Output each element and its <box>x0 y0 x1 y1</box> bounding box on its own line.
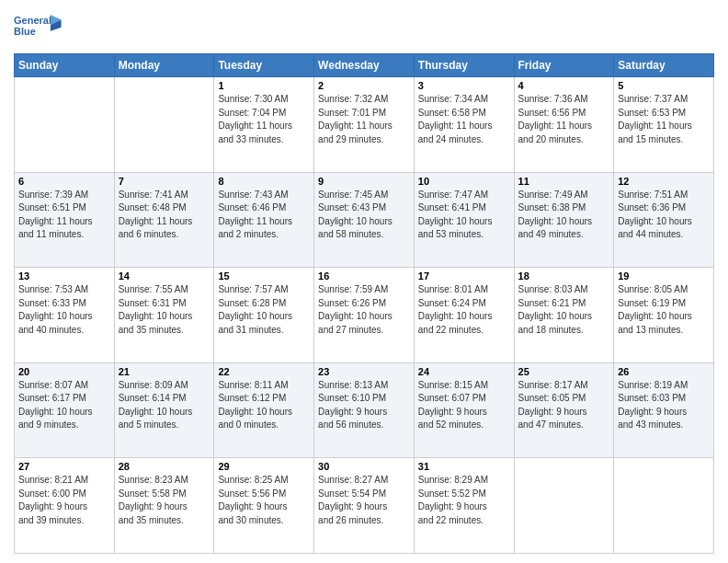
logo: GeneralBlue <box>14 9 64 46</box>
day-cell: 26Sunrise: 8:19 AM Sunset: 6:03 PM Dayli… <box>614 362 714 458</box>
page: GeneralBlue SundayMondayTuesdayWednesday… <box>0 0 728 563</box>
calendar: SundayMondayTuesdayWednesdayThursdayFrid… <box>14 53 714 554</box>
day-info: Sunrise: 7:41 AM Sunset: 6:48 PM Dayligh… <box>119 189 210 242</box>
day-number: 9 <box>318 176 410 187</box>
day-info: Sunrise: 8:15 AM Sunset: 6:07 PM Dayligh… <box>418 379 510 432</box>
day-number: 5 <box>618 80 710 91</box>
day-info: Sunrise: 8:27 AM Sunset: 5:54 PM Dayligh… <box>318 474 410 527</box>
week-row-2: 6Sunrise: 7:39 AM Sunset: 6:51 PM Daylig… <box>15 172 714 268</box>
day-number: 31 <box>418 461 510 472</box>
day-info: Sunrise: 7:55 AM Sunset: 6:31 PM Dayligh… <box>119 283 210 337</box>
day-number: 26 <box>618 366 710 377</box>
day-number: 16 <box>318 270 410 282</box>
day-number: 12 <box>618 176 710 187</box>
day-cell: 5Sunrise: 7:37 AM Sunset: 6:53 PM Daylig… <box>614 77 714 173</box>
day-number: 28 <box>119 461 210 472</box>
day-cell: 8Sunrise: 7:43 AM Sunset: 6:46 PM Daylig… <box>214 172 314 268</box>
day-cell <box>614 458 714 554</box>
weekday-thursday: Thursday <box>414 54 514 77</box>
day-info: Sunrise: 8:03 AM Sunset: 6:21 PM Dayligh… <box>518 283 610 337</box>
day-info: Sunrise: 7:59 AM Sunset: 6:26 PM Dayligh… <box>318 283 410 337</box>
day-number: 29 <box>218 461 310 472</box>
svg-text:General: General <box>14 15 51 26</box>
day-cell: 6Sunrise: 7:39 AM Sunset: 6:51 PM Daylig… <box>15 172 115 268</box>
day-number: 20 <box>18 366 110 377</box>
day-info: Sunrise: 7:32 AM Sunset: 7:01 PM Dayligh… <box>318 93 410 146</box>
day-cell: 29Sunrise: 8:25 AM Sunset: 5:56 PM Dayli… <box>214 458 314 554</box>
day-cell <box>114 77 214 173</box>
day-info: Sunrise: 8:05 AM Sunset: 6:19 PM Dayligh… <box>618 283 710 337</box>
day-cell: 20Sunrise: 8:07 AM Sunset: 6:17 PM Dayli… <box>15 362 115 458</box>
day-info: Sunrise: 7:57 AM Sunset: 6:28 PM Dayligh… <box>218 283 310 337</box>
day-cell: 10Sunrise: 7:47 AM Sunset: 6:41 PM Dayli… <box>414 172 514 268</box>
day-info: Sunrise: 7:47 AM Sunset: 6:41 PM Dayligh… <box>418 189 510 242</box>
day-cell: 15Sunrise: 7:57 AM Sunset: 6:28 PM Dayli… <box>214 268 314 363</box>
day-cell <box>15 77 115 173</box>
day-cell: 4Sunrise: 7:36 AM Sunset: 6:56 PM Daylig… <box>514 77 614 173</box>
day-info: Sunrise: 8:09 AM Sunset: 6:14 PM Dayligh… <box>119 379 210 432</box>
day-cell: 16Sunrise: 7:59 AM Sunset: 6:26 PM Dayli… <box>314 268 415 363</box>
day-number: 19 <box>618 270 710 282</box>
day-number: 15 <box>218 270 310 282</box>
day-info: Sunrise: 7:43 AM Sunset: 6:46 PM Dayligh… <box>218 189 310 242</box>
day-info: Sunrise: 8:29 AM Sunset: 5:52 PM Dayligh… <box>418 474 510 527</box>
day-cell: 19Sunrise: 8:05 AM Sunset: 6:19 PM Dayli… <box>614 268 714 363</box>
day-cell: 25Sunrise: 8:17 AM Sunset: 6:05 PM Dayli… <box>514 362 614 458</box>
day-info: Sunrise: 8:01 AM Sunset: 6:24 PM Dayligh… <box>418 283 510 337</box>
day-info: Sunrise: 8:17 AM Sunset: 6:05 PM Dayligh… <box>518 379 610 432</box>
day-cell: 23Sunrise: 8:13 AM Sunset: 6:10 PM Dayli… <box>314 362 415 458</box>
day-info: Sunrise: 7:37 AM Sunset: 6:53 PM Dayligh… <box>618 93 710 146</box>
day-number: 8 <box>218 176 310 187</box>
day-info: Sunrise: 7:36 AM Sunset: 6:56 PM Dayligh… <box>518 93 610 146</box>
day-info: Sunrise: 7:30 AM Sunset: 7:04 PM Dayligh… <box>218 93 310 146</box>
day-info: Sunrise: 7:39 AM Sunset: 6:51 PM Dayligh… <box>18 189 110 242</box>
calendar-body: 1Sunrise: 7:30 AM Sunset: 7:04 PM Daylig… <box>15 77 714 554</box>
day-number: 14 <box>119 270 210 282</box>
weekday-sunday: Sunday <box>15 54 115 77</box>
day-info: Sunrise: 7:34 AM Sunset: 6:58 PM Dayligh… <box>418 93 510 146</box>
day-cell: 3Sunrise: 7:34 AM Sunset: 6:58 PM Daylig… <box>414 77 514 173</box>
day-info: Sunrise: 7:51 AM Sunset: 6:36 PM Dayligh… <box>618 189 710 242</box>
day-number: 27 <box>18 461 110 472</box>
day-number: 22 <box>218 366 310 377</box>
calendar-header: SundayMondayTuesdayWednesdayThursdayFrid… <box>15 54 714 77</box>
day-info: Sunrise: 8:23 AM Sunset: 5:58 PM Dayligh… <box>119 474 210 527</box>
day-info: Sunrise: 8:11 AM Sunset: 6:12 PM Dayligh… <box>218 379 310 432</box>
day-number: 7 <box>119 176 210 187</box>
day-info: Sunrise: 7:45 AM Sunset: 6:43 PM Dayligh… <box>318 189 410 242</box>
day-cell: 28Sunrise: 8:23 AM Sunset: 5:58 PM Dayli… <box>114 458 214 554</box>
week-row-5: 27Sunrise: 8:21 AM Sunset: 6:00 PM Dayli… <box>15 458 714 554</box>
weekday-saturday: Saturday <box>614 54 714 77</box>
day-cell: 17Sunrise: 8:01 AM Sunset: 6:24 PM Dayli… <box>414 268 514 363</box>
day-number: 1 <box>218 80 310 91</box>
day-cell: 7Sunrise: 7:41 AM Sunset: 6:48 PM Daylig… <box>114 172 214 268</box>
day-cell: 24Sunrise: 8:15 AM Sunset: 6:07 PM Dayli… <box>414 362 514 458</box>
day-number: 30 <box>318 461 410 472</box>
day-info: Sunrise: 8:25 AM Sunset: 5:56 PM Dayligh… <box>218 474 310 527</box>
weekday-friday: Friday <box>514 54 614 77</box>
weekday-tuesday: Tuesday <box>214 54 314 77</box>
day-cell: 11Sunrise: 7:49 AM Sunset: 6:38 PM Dayli… <box>514 172 614 268</box>
day-number: 2 <box>318 80 410 91</box>
day-info: Sunrise: 8:13 AM Sunset: 6:10 PM Dayligh… <box>318 379 410 432</box>
day-number: 23 <box>318 366 410 377</box>
day-number: 13 <box>18 270 110 282</box>
header: GeneralBlue <box>14 9 714 46</box>
day-info: Sunrise: 8:19 AM Sunset: 6:03 PM Dayligh… <box>618 379 710 432</box>
day-info: Sunrise: 7:53 AM Sunset: 6:33 PM Dayligh… <box>18 283 110 337</box>
day-info: Sunrise: 8:21 AM Sunset: 6:00 PM Dayligh… <box>18 474 110 527</box>
day-info: Sunrise: 7:49 AM Sunset: 6:38 PM Dayligh… <box>518 189 610 242</box>
weekday-row: SundayMondayTuesdayWednesdayThursdayFrid… <box>15 54 714 77</box>
weekday-monday: Monday <box>114 54 214 77</box>
day-number: 24 <box>418 366 510 377</box>
day-info: Sunrise: 8:07 AM Sunset: 6:17 PM Dayligh… <box>18 379 110 432</box>
day-number: 17 <box>418 270 510 282</box>
day-cell: 9Sunrise: 7:45 AM Sunset: 6:43 PM Daylig… <box>314 172 415 268</box>
logo-icon: GeneralBlue <box>14 9 64 46</box>
day-cell: 31Sunrise: 8:29 AM Sunset: 5:52 PM Dayli… <box>414 458 514 554</box>
day-number: 18 <box>518 270 610 282</box>
day-number: 25 <box>518 366 610 377</box>
week-row-1: 1Sunrise: 7:30 AM Sunset: 7:04 PM Daylig… <box>15 77 714 173</box>
day-cell: 27Sunrise: 8:21 AM Sunset: 6:00 PM Dayli… <box>15 458 115 554</box>
day-cell: 14Sunrise: 7:55 AM Sunset: 6:31 PM Dayli… <box>114 268 214 363</box>
